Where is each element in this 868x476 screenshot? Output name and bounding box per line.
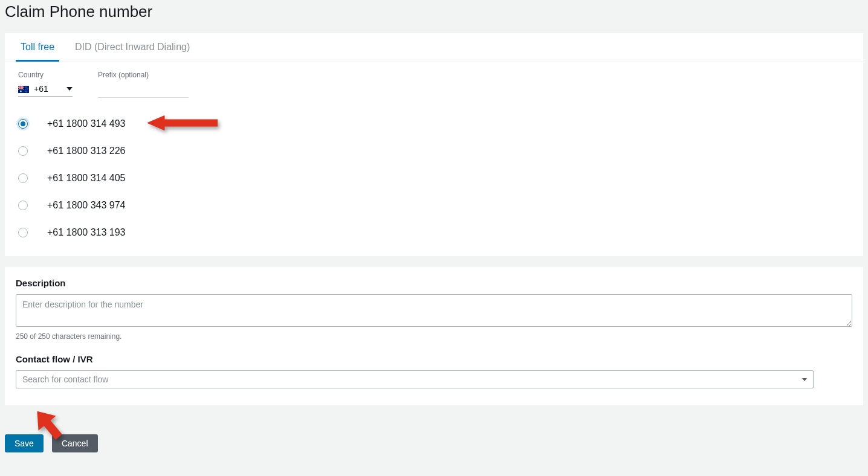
phone-option-0[interactable]: +61 1800 314 493 — [18, 118, 850, 129]
prefix-input[interactable] — [98, 83, 189, 98]
svg-point-7 — [27, 92, 27, 92]
description-textarea[interactable] — [16, 294, 852, 327]
contact-flow-label: Contact flow / IVR — [16, 354, 852, 364]
page-title: Claim Phone number — [0, 0, 868, 33]
description-label: Description — [16, 278, 852, 288]
caret-down-icon — [66, 87, 73, 91]
tab-toll-free[interactable]: Toll free — [16, 33, 59, 62]
description-char-remaining: 250 of 250 characters remaining. — [16, 332, 852, 341]
phone-number-label: +61 1800 314 405 — [47, 173, 125, 184]
caret-down-icon — [802, 378, 807, 381]
radio-icon — [18, 201, 28, 210]
phone-option-3[interactable]: +61 1800 343 974 — [18, 200, 850, 211]
country-code: +61 — [34, 84, 48, 94]
phone-number-label: +61 1800 313 193 — [47, 227, 125, 238]
annotation-arrow-icon — [29, 407, 65, 443]
prefix-field: Prefix (optional) — [98, 71, 189, 98]
radio-icon — [18, 173, 28, 183]
phone-number-label: +61 1800 313 226 — [47, 146, 125, 156]
prefix-label: Prefix (optional) — [98, 71, 189, 79]
tab-did[interactable]: DID (Direct Inward Dialing) — [70, 33, 195, 62]
country-field: Country — [18, 71, 73, 98]
phone-option-2[interactable]: +61 1800 314 405 — [18, 173, 850, 184]
tabs: Toll free DID (Direct Inward Dialing) — [5, 33, 863, 62]
phone-number-label: +61 1800 343 974 — [47, 200, 125, 211]
phone-option-1[interactable]: +61 1800 313 226 — [18, 146, 850, 156]
country-select[interactable]: +61 — [18, 83, 73, 97]
phone-selection-panel: Toll free DID (Direct Inward Dialing) Co… — [5, 33, 863, 256]
svg-point-4 — [27, 88, 27, 89]
phone-number-label: +61 1800 314 493 — [47, 118, 125, 129]
radio-selected-icon — [18, 119, 28, 129]
contact-flow-placeholder: Search for contact flow — [22, 375, 108, 384]
svg-point-6 — [25, 89, 25, 90]
phone-list: +61 1800 314 493 +61 1800 313 226 +61 18… — [18, 118, 850, 238]
flag-australia-icon — [18, 85, 29, 92]
country-label: Country — [18, 71, 73, 79]
svg-rect-8 — [164, 120, 218, 127]
description-panel: Description 250 of 250 characters remain… — [5, 267, 863, 405]
annotation-arrow-icon — [145, 111, 218, 137]
button-row: Save Cancel — [0, 434, 868, 452]
phone-option-4[interactable]: +61 1800 313 193 — [18, 227, 850, 238]
radio-icon — [18, 228, 28, 237]
radio-icon — [18, 146, 28, 156]
svg-point-2 — [20, 91, 21, 92]
svg-point-5 — [25, 91, 26, 91]
contact-flow-select[interactable]: Search for contact flow — [16, 370, 814, 388]
svg-point-3 — [25, 86, 26, 87]
